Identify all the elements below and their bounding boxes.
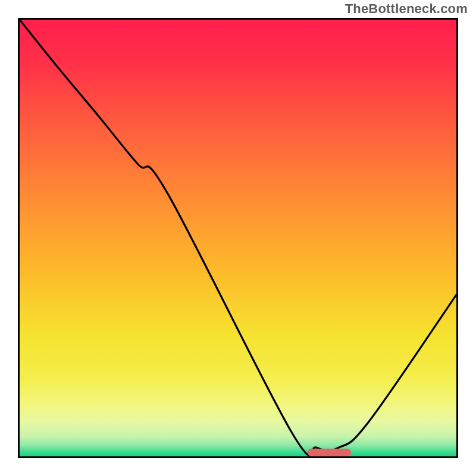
bottleneck-curve-svg <box>20 20 456 456</box>
bottleneck-marker <box>308 449 351 456</box>
watermark-text: TheBottleneck.com <box>345 1 468 17</box>
chart-plot-area <box>18 18 458 458</box>
bottleneck-curve-path <box>20 20 456 455</box>
chart-container: TheBottleneck.com <box>0 0 476 476</box>
